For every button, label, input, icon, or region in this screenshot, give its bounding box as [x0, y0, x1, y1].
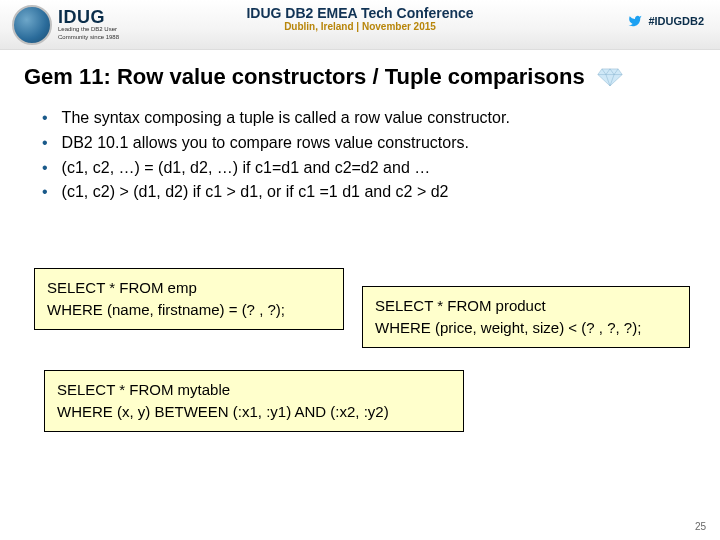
code-box-mytable: SELECT * FROM mytable WHERE (x, y) BETWE… [44, 370, 464, 432]
slide-title: Gem 11: Row value constructors / Tuple c… [24, 64, 585, 90]
code-line: SELECT * FROM mytable [57, 379, 451, 401]
code-box-emp: SELECT * FROM emp WHERE (name, firstname… [34, 268, 344, 330]
bullet-text: The syntax composing a tuple is called a… [62, 106, 510, 131]
slide-header: IDUG Leading the DB2 User Community sinc… [0, 0, 720, 50]
code-line: SELECT * FROM emp [47, 277, 331, 299]
idug-globe-logo [12, 5, 52, 45]
svg-marker-0 [598, 69, 622, 86]
bullet-item: (c1, c2) > (d1, d2) if c1 > d1, or if c1… [40, 180, 680, 205]
org-tagline-2: Community since 1988 [58, 34, 119, 41]
code-line: SELECT * FROM product [375, 295, 677, 317]
bullet-item: (c1, c2, …) = (d1, d2, …) if c1=d1 and c… [40, 156, 680, 181]
idug-logo-text: IDUG Leading the DB2 User Community sinc… [58, 8, 119, 40]
slide-title-row: Gem 11: Row value constructors / Tuple c… [0, 50, 720, 96]
bullet-item: DB2 10.1 allows you to compare rows valu… [40, 131, 680, 156]
page-number: 25 [695, 521, 706, 532]
conference-title-block: IDUG DB2 EMEA Tech Conference Dublin, Ir… [246, 5, 473, 32]
bullet-item: The syntax composing a tuple is called a… [40, 106, 680, 131]
twitter-icon [626, 14, 644, 28]
hashtag-block: #IDUGDB2 [626, 14, 704, 28]
bullet-list: The syntax composing a tuple is called a… [0, 96, 720, 205]
org-tagline-1: Leading the DB2 User [58, 26, 119, 33]
code-line: WHERE (price, weight, size) < (? , ?, ?)… [375, 317, 677, 339]
code-line: WHERE (x, y) BETWEEN (:x1, :y1) AND (:x2… [57, 401, 451, 423]
conference-title: IDUG DB2 EMEA Tech Conference [246, 5, 473, 21]
bullet-text: (c1, c2) > (d1, d2) if c1 > d1, or if c1… [62, 180, 449, 205]
bullet-text: DB2 10.1 allows you to compare rows valu… [62, 131, 469, 156]
conference-subtitle: Dublin, Ireland | November 2015 [246, 21, 473, 32]
code-box-product: SELECT * FROM product WHERE (price, weig… [362, 286, 690, 348]
org-name: IDUG [58, 8, 119, 26]
diamond-icon [597, 67, 623, 87]
bullet-text: (c1, c2, …) = (d1, d2, …) if c1=d1 and c… [62, 156, 431, 181]
code-line: WHERE (name, firstname) = (? , ?); [47, 299, 331, 321]
hashtag-text: #IDUGDB2 [648, 15, 704, 27]
